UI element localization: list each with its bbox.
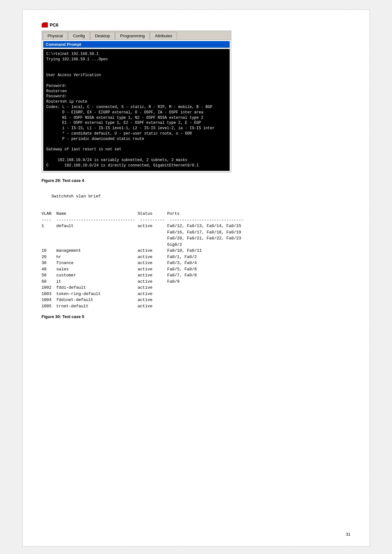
tab-config[interactable]: Config [68, 32, 90, 39]
cisco-window: Physical Config Desktop Programming Attr… [42, 31, 231, 172]
pc-icon [42, 22, 48, 27]
terminal-output: C:\>telnet 192.168.50.1 Trying 192.168.5… [43, 49, 230, 171]
tab-programming[interactable]: Programming [115, 32, 149, 39]
tab-physical[interactable]: Physical [43, 32, 68, 39]
vlan-command: Switch#sh vlan brief [42, 187, 351, 206]
tab-bar: Physical Config Desktop Programming Attr… [42, 31, 231, 40]
pc6-label: PC6 [50, 22, 58, 27]
page-number: 31 [346, 532, 350, 537]
command-prompt-bar: Command Prompt [43, 41, 230, 48]
tab-attributes[interactable]: Attributes [150, 32, 177, 39]
figure-29-caption: Figure 29: Test case 4 [42, 178, 351, 183]
tab-desktop[interactable]: Desktop [90, 32, 115, 39]
figure-30-caption: Figure 30: Test case 5 [42, 314, 351, 319]
page-container: PC6 Physical Config Desktop Programming … [22, 9, 370, 546]
vlan-table: VLAN Name Status Ports ---- ------------… [42, 211, 351, 309]
pc6-header: PC6 [42, 22, 351, 27]
